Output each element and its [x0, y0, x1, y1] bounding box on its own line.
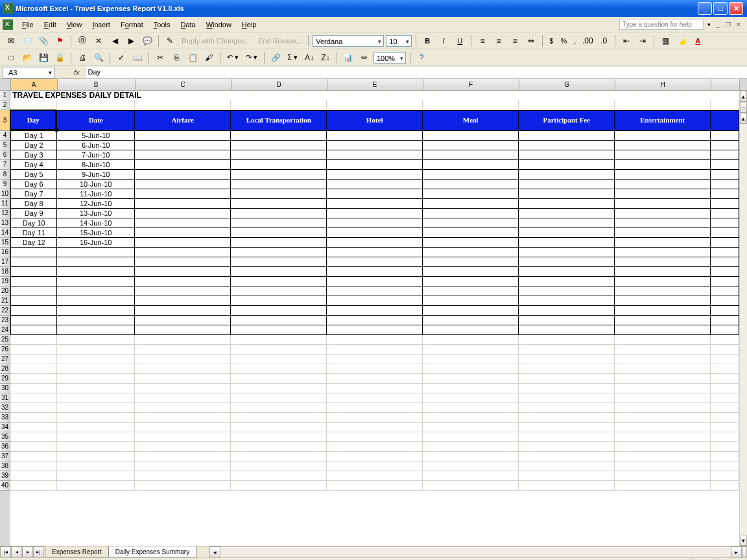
row-header-9[interactable]: 9	[0, 180, 10, 189]
mdi-restore-button[interactable]: ❐	[724, 20, 733, 29]
cell-day[interactable]: Day 3	[10, 150, 57, 160]
menu-format[interactable]: Format	[115, 19, 148, 30]
window-maximize-button[interactable]: □	[713, 2, 728, 15]
cell-day[interactable]: Day 6	[10, 180, 57, 189]
autosum-button[interactable]: Σ ▾	[285, 51, 300, 65]
row-header-28[interactable]: 28	[0, 364, 10, 374]
align-right-button[interactable]: ≡	[508, 34, 522, 48]
cell-date[interactable]: 11-Jun-10	[57, 189, 135, 199]
show-comment-icon[interactable]: 💬	[140, 34, 154, 48]
row-header-5[interactable]: 5	[0, 141, 10, 150]
row-header-25[interactable]: 25	[0, 335, 10, 345]
cell-area[interactable]: TRAVEL EXPENSES DAILY DETAILDayDateAirfa…	[10, 91, 739, 546]
cell-day[interactable]: Day 2	[10, 141, 57, 150]
cell-date[interactable]: 13-Jun-10	[57, 209, 135, 218]
row-header-21[interactable]: 21	[0, 296, 10, 306]
row-header-34[interactable]: 34	[0, 423, 10, 432]
row-header-24[interactable]: 24	[0, 325, 10, 335]
cell-day[interactable]: Day 11	[10, 228, 57, 238]
percent-button[interactable]: %	[558, 34, 569, 48]
sort-asc-icon[interactable]: A↓	[302, 51, 316, 65]
open-icon[interactable]: 📂	[20, 51, 34, 65]
row-header-7[interactable]: 7	[0, 160, 10, 170]
borders-button[interactable]: ▦	[658, 34, 672, 48]
help-icon[interactable]: ?	[414, 51, 429, 65]
tab-nav-first[interactable]: |◂	[0, 546, 11, 557]
select-all-corner[interactable]	[0, 79, 11, 91]
row-header-3[interactable]: 3	[0, 110, 10, 131]
hscroll-split-icon[interactable]	[742, 546, 747, 557]
row-header-32[interactable]: 32	[0, 403, 10, 413]
row-header-17[interactable]: 17	[0, 257, 10, 267]
spelling-icon[interactable]: ✓	[114, 51, 128, 65]
zoom-combo[interactable]: 100%	[374, 52, 406, 64]
cell-date[interactable]: 14-Jun-10	[57, 218, 135, 228]
merge-center-button[interactable]: ⇔	[524, 34, 538, 48]
cell-date[interactable]: 8-Jun-10	[57, 160, 135, 170]
row-header-19[interactable]: 19	[0, 277, 10, 286]
row-header-11[interactable]: 11	[0, 199, 10, 209]
vertical-scrollbar[interactable]: ▴ – ▴ ▾	[739, 91, 747, 546]
menu-window[interactable]: Window	[201, 19, 237, 30]
cell-date[interactable]: 6-Jun-10	[57, 141, 135, 150]
col-header-A[interactable]: A	[11, 79, 58, 90]
copy-icon[interactable]: ⎘	[169, 51, 184, 65]
redo-button[interactable]: ↷ ▾	[243, 51, 260, 65]
row-header-38[interactable]: 38	[0, 461, 10, 471]
hyperlink-icon[interactable]: 🔗	[268, 51, 283, 65]
row-header-27[interactable]: 27	[0, 355, 10, 364]
cell-day[interactable]: Day 1	[10, 131, 57, 141]
scroll-split-icon[interactable]: –	[740, 102, 747, 113]
drawing-icon[interactable]: ✏	[357, 51, 372, 65]
col-header-B[interactable]: B	[58, 79, 136, 90]
permission-icon[interactable]: 🔒	[53, 51, 67, 65]
tab-nav-prev[interactable]: ◂	[11, 546, 22, 557]
row-header-8[interactable]: 8	[0, 170, 10, 180]
help-search-input[interactable]	[619, 19, 704, 30]
row-header-31[interactable]: 31	[0, 393, 10, 403]
attach-icon[interactable]: 📎	[36, 34, 51, 48]
decrease-indent-button[interactable]: ⇤	[619, 34, 634, 48]
row-header-16[interactable]: 16	[0, 248, 10, 257]
underline-button[interactable]: U	[453, 34, 467, 48]
bold-button[interactable]: B	[420, 34, 434, 48]
row-header-40[interactable]: 40	[0, 481, 10, 491]
next-comment-icon[interactable]: ▶	[124, 34, 138, 48]
document-icon[interactable]	[3, 19, 13, 30]
scroll-up-arrow-icon[interactable]: ▴	[740, 91, 747, 102]
hscroll-right-icon[interactable]: ▸	[731, 546, 742, 557]
col-header-I[interactable]	[711, 79, 740, 90]
italic-button[interactable]: I	[436, 34, 451, 48]
scroll-up2-icon[interactable]: ▴	[740, 113, 747, 124]
menu-insert[interactable]: Insert	[87, 19, 115, 30]
row-header-30[interactable]: 30	[0, 384, 10, 393]
cut-icon[interactable]: ✂	[153, 51, 167, 65]
row-header-22[interactable]: 22	[0, 306, 10, 316]
window-minimize-button[interactable]: _	[698, 2, 712, 15]
row-header-33[interactable]: 33	[0, 413, 10, 423]
formula-input[interactable]: Day	[85, 67, 747, 78]
cell-date[interactable]: 10-Jun-10	[57, 180, 135, 189]
align-left-button[interactable]: ≡	[475, 34, 490, 48]
cell-day[interactable]: Day 10	[10, 218, 57, 228]
menu-file[interactable]: File	[17, 19, 39, 30]
tab-nav-last[interactable]: ▸|	[33, 546, 44, 557]
menu-edit[interactable]: Edit	[39, 19, 62, 30]
col-header-C[interactable]: C	[136, 79, 231, 90]
row-header-26[interactable]: 26	[0, 345, 10, 355]
row-header-1[interactable]: 1	[0, 91, 10, 100]
cell-day[interactable]: Day 9	[10, 209, 57, 218]
menu-tools[interactable]: Tools	[148, 19, 176, 30]
new-workbook-icon[interactable]: □	[4, 51, 18, 65]
font-name-combo[interactable]: Verdana	[313, 35, 384, 47]
col-header-G[interactable]: G	[519, 79, 615, 90]
cell-date[interactable]: 12-Jun-10	[57, 199, 135, 209]
name-box[interactable]: A3	[3, 67, 54, 78]
undo-button[interactable]: ↶ ▾	[224, 51, 241, 65]
row-header-13[interactable]: 13	[0, 218, 10, 228]
row-header-4[interactable]: 4	[0, 131, 10, 141]
row-header-18[interactable]: 18	[0, 267, 10, 277]
currency-button[interactable]: $	[547, 34, 556, 48]
fx-label[interactable]: fx	[74, 69, 80, 76]
row-header-29[interactable]: 29	[0, 374, 10, 384]
